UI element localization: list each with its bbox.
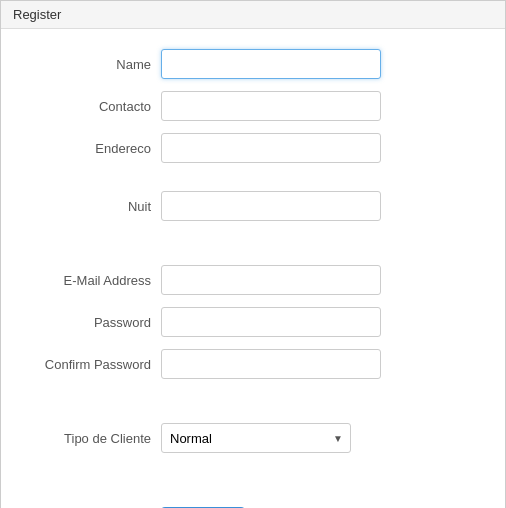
tipo-cliente-field-group: Tipo de Cliente Normal VIP Corporate — [31, 423, 475, 453]
contacto-field-group: Contacto — [31, 91, 475, 121]
password-input[interactable] — [161, 307, 381, 337]
form-container: Name Contacto Endereco Nuit E-Mail Addre… — [1, 29, 505, 508]
email-field-group: E-Mail Address — [31, 265, 475, 295]
name-field-group: Name — [31, 49, 475, 79]
name-label: Name — [31, 57, 161, 72]
endereco-input[interactable] — [161, 133, 381, 163]
nuit-input[interactable] — [161, 191, 381, 221]
contacto-label: Contacto — [31, 99, 161, 114]
tipo-cliente-select-wrapper: Normal VIP Corporate — [161, 423, 351, 453]
window-title-bar: Register — [1, 1, 505, 29]
confirm-password-label: Confirm Password — [31, 357, 161, 372]
email-label: E-Mail Address — [31, 273, 161, 288]
register-window: Register Name Contacto Endereco Nuit E-M… — [0, 0, 506, 508]
name-input[interactable] — [161, 49, 381, 79]
email-input[interactable] — [161, 265, 381, 295]
confirm-password-field-group: Confirm Password — [31, 349, 475, 379]
contacto-input[interactable] — [161, 91, 381, 121]
nuit-field-group: Nuit — [31, 191, 475, 221]
password-field-group: Password — [31, 307, 475, 337]
password-label: Password — [31, 315, 161, 330]
tipo-cliente-select[interactable]: Normal VIP Corporate — [161, 423, 351, 453]
window-title: Register — [13, 7, 61, 22]
confirm-password-input[interactable] — [161, 349, 381, 379]
nuit-label: Nuit — [31, 199, 161, 214]
tipo-cliente-label: Tipo de Cliente — [31, 431, 161, 446]
endereco-label: Endereco — [31, 141, 161, 156]
endereco-field-group: Endereco — [31, 133, 475, 163]
